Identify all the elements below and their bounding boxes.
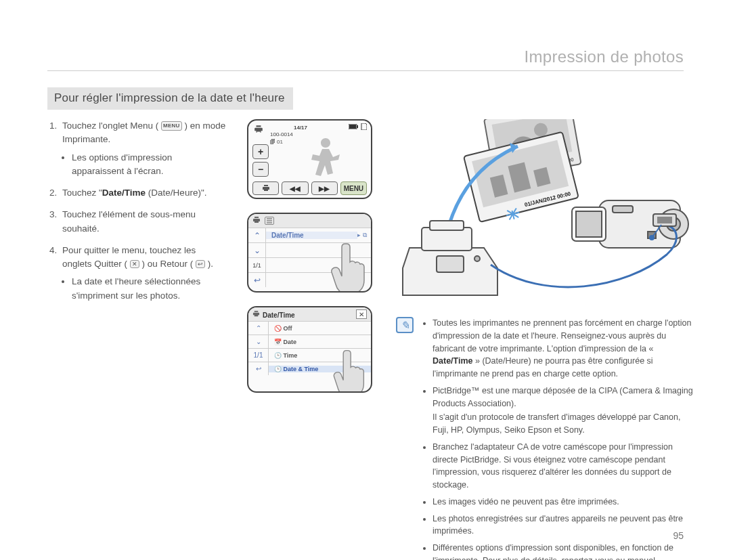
opt-time-label: Time	[284, 352, 298, 359]
content-columns: Touchez l'onglet Menu ( MENU ) en mode I…	[47, 119, 684, 560]
connection-illustration: 01/JAN/2012 00:00 01/JAN/2012 00:00	[396, 119, 694, 309]
return-icon: ↩	[196, 260, 205, 268]
battery-icon	[349, 124, 358, 131]
step-4: Pour quitter le menu, touchez les onglet…	[60, 244, 227, 303]
page-number: 95	[673, 530, 684, 541]
note-4: Les images vidéo ne peuvent pas être imp…	[433, 496, 694, 509]
note-2-cont: Il s'agit d'un protocole de transfert d'…	[433, 411, 694, 437]
step-1: Touchez l'onglet Menu ( MENU ) en mode I…	[60, 119, 227, 178]
datetime-label: Date/Time	[266, 232, 357, 239]
touch-hand-icon	[328, 241, 372, 293]
calendar-icon: 📅	[274, 339, 282, 345]
printer-icon	[252, 216, 261, 225]
sd-icon	[360, 123, 367, 131]
menu-button[interactable]: MENU	[340, 181, 367, 195]
svg-rect-25	[576, 211, 602, 237]
down-button[interactable]: ⌄	[248, 335, 269, 348]
up-button[interactable]: ⌃	[248, 228, 266, 242]
svg-rect-28	[613, 206, 633, 213]
up-button[interactable]: ⌃	[248, 322, 269, 335]
next-button[interactable]: ▶▶	[311, 181, 338, 195]
nav-toolbar: ◀◀ ▶▶ MENU	[252, 181, 367, 195]
return-button[interactable]: ↩	[248, 273, 266, 287]
photo-silhouette	[302, 134, 349, 187]
opt-dt-label: Date & Time	[284, 366, 319, 372]
printer-icon	[252, 311, 260, 319]
svg-rect-20	[430, 221, 464, 230]
down-button[interactable]: ⌄	[248, 243, 266, 257]
list-icon	[265, 217, 274, 225]
lcd-screen-3: Date/Time ✕ ⌃🚫 Off ⌄📅 Date 1/1🕒 Time ↩🕒 …	[247, 306, 372, 393]
steps-column: Touchez l'onglet Menu ( MENU ) en mode I…	[47, 119, 227, 560]
option-off[interactable]: ⌃🚫 Off	[248, 321, 371, 335]
svg-rect-2	[349, 125, 356, 129]
off-icon: 🚫	[274, 325, 282, 332]
screen2-header	[248, 214, 371, 228]
step-2: Touchez "Date/Time (Date/Heure)".	[60, 186, 227, 200]
note-icon: ✎	[396, 317, 414, 333]
menu-icon: MENU	[161, 121, 182, 131]
close-button[interactable]: ✕	[356, 309, 367, 319]
folder-label: 01	[277, 139, 283, 145]
touch-hand-icon	[330, 348, 372, 393]
minus-button[interactable]: −	[252, 162, 269, 177]
svg-point-22	[474, 256, 480, 261]
notes-block: ✎ Toutes les imprimantes ne prennent pas…	[396, 317, 694, 560]
filecode-label: 100-0014	[270, 131, 293, 137]
close-icon: ✕	[130, 260, 139, 268]
step-1-sub: Les options d'impression apparaissent à …	[72, 151, 227, 179]
step-3: Touchez l'élément de sous-menu souhaité.	[60, 208, 227, 236]
note-6: Différentes options d'impression sont di…	[433, 542, 694, 560]
note-5: Les photos enregistrées sur d'autres app…	[433, 513, 694, 538]
plus-button[interactable]: +	[252, 144, 269, 159]
page-indicator: 1/1	[248, 258, 266, 272]
step-4-post: ).	[205, 259, 213, 269]
screen3-title: Date/Time	[263, 311, 295, 319]
note-2: PictBridge™ est une marque déposée de la…	[433, 385, 694, 437]
svg-point-33	[649, 235, 655, 240]
step-2-bold: Date/Time	[102, 188, 146, 198]
copies-icon: 🗐	[270, 139, 275, 145]
qty-toolbar: + −	[252, 144, 269, 177]
step-4-mid: ) ou Retour (	[139, 259, 196, 269]
print-button[interactable]	[252, 181, 279, 195]
svg-rect-21	[437, 256, 464, 272]
svg-rect-19	[422, 228, 472, 251]
prev-button[interactable]: ◀◀	[282, 181, 308, 195]
step-4-sub: La date et l'heure sélectionnées s'impri…	[72, 275, 227, 303]
more-icon: ▸ ⧉	[357, 232, 371, 239]
step-1-pre: Touchez l'onglet Menu (	[62, 121, 161, 131]
note-1: Toutes les imprimantes ne prennent pas f…	[433, 317, 694, 381]
lcd-screen-1: 14/17 100-0014 🗐01 + −	[247, 119, 372, 199]
page-title: Impression de photos	[47, 47, 684, 71]
opt-date-label: Date	[284, 339, 297, 345]
menu-row-datetime[interactable]: ⌃ Date/Time ▸ ⧉	[248, 228, 371, 242]
return-button[interactable]: ↩	[248, 362, 269, 375]
step-2-pre: Touchez "	[62, 188, 102, 198]
counter-label: 14/17	[294, 125, 307, 131]
note-3: Branchez l'adaptateur CA de votre camésc…	[433, 441, 694, 492]
opt-off-label: Off	[284, 325, 292, 332]
clock-icon: 🕒	[274, 352, 282, 359]
lcd-screen-2: ⌃ Date/Time ▸ ⧉ ⌄ 1/1 ↩	[247, 213, 372, 293]
option-date[interactable]: ⌄📅 Date	[248, 335, 371, 348]
svg-rect-1	[357, 125, 358, 128]
page-indicator: 1/1	[248, 349, 269, 362]
right-column: 01/JAN/2012 00:00 01/JAN/2012 00:00	[396, 119, 694, 560]
step-2-post: (Date/Heure)".	[146, 188, 206, 198]
notes-list: Toutes les imprimantes ne prennent pas f…	[420, 317, 694, 560]
steps-list: Touchez l'onglet Menu ( MENU ) en mode I…	[47, 119, 227, 303]
page-root: Impression de photos Pour régler l'impre…	[0, 0, 731, 560]
svg-rect-31	[657, 217, 672, 223]
note-1-bold: Date/Time	[433, 356, 473, 366]
datetime-icon: 🕒	[274, 366, 282, 372]
screen3-header: Date/Time ✕	[248, 307, 371, 321]
screens-column: 14/17 100-0014 🗐01 + −	[247, 119, 376, 560]
section-subtitle: Pour régler l'impression de la date et l…	[47, 87, 293, 110]
printer-icon	[254, 125, 263, 136]
